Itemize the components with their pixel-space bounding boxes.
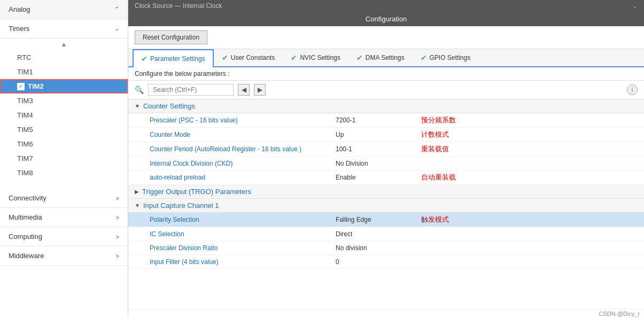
tab-parameter-settings[interactable]: ✔Parameter Settings [133,49,214,67]
sidebar-item-rtc[interactable]: RTC [0,50,128,65]
sidebar-item-tim7[interactable]: TIM7 [0,151,128,166]
param-row[interactable]: Prescaler (PSC - 16 bits value)7200-1预分频… [128,113,644,128]
connectivity-label: Connectivity [9,194,46,202]
sidebar-item-label: TIM2 [28,82,44,90]
analog-chevron-icon: ⌃ [114,6,119,13]
param-row[interactable]: Counter ModeUp计数模式 [128,128,644,142]
config-panel: Configuration Reset Configuration ✔Param… [128,12,644,318]
search-bar: 🔍 ◀ ▶ i [128,81,644,99]
sidebar: Analog ⌃ Timers ⌄ ▲ RTCTIM1✓TIM2TIM3TIM4… [0,0,128,318]
tab-check-icon: ✔ [421,53,427,62]
section-header-trigger-output-(trgo)-parameters[interactable]: ▶Trigger Output (TRGO) Parameters [128,185,644,199]
param-name: Counter Mode [128,129,331,141]
tab-label: User Constants [231,54,275,61]
param-row[interactable]: auto-reload preloadEnable自动重装载 [128,170,644,185]
params-table: ▼Counter SettingsPrescaler (PSC - 16 bit… [128,99,644,309]
section-toggle-icon: ▶ [135,189,139,195]
section-header-counter-settings[interactable]: ▼Counter Settings [128,99,644,113]
sidebar-item-label: TIM1 [17,68,33,76]
sidebar-section-middleware[interactable]: Middleware > [0,246,128,266]
analog-label: Analog [9,5,30,13]
param-annotation: 自动重装载 [417,170,460,184]
connectivity-chevron-icon: > [116,195,119,201]
computing-label: Computing [9,232,42,241]
sidebar-item-tim8[interactable]: TIM8 [0,166,128,180]
param-value: Falling Edge [331,214,417,226]
clock-source-bar: Clock Source — Internal Clock ⌄ [128,0,644,12]
section-toggle-icon: ▼ [135,103,140,109]
section-header-input-capture-channel-1[interactable]: ▼Input Capture Channel 1 [128,199,644,213]
sidebar-section-multimedia[interactable]: Multimedia > [0,208,128,227]
scroll-up-indicator: ▲ [0,38,128,50]
config-description: Configure the below parameters : [128,67,644,81]
param-value: 7200-1 [331,114,417,126]
sidebar-item-tim5[interactable]: TIM5 [0,122,128,137]
param-name: Counter Period (AutoReload Register - 16… [128,143,331,155]
sidebar-item-label: TIM5 [17,126,33,134]
param-value: No Division [331,158,417,169]
nav-next-button[interactable]: ▶ [254,84,266,96]
timers-chevron-icon: ⌄ [114,25,119,32]
tab-check-icon: ✔ [291,53,297,62]
reset-config-button[interactable]: Reset Configuration [135,30,207,44]
tab-label: GPIO Settings [430,54,471,61]
nav-prev-button[interactable]: ◀ [238,84,250,96]
tab-label: NVIC Settings [300,54,340,61]
param-name: IC Selection [128,228,331,240]
section-label: Counter Settings [143,102,195,110]
sidebar-item-tim4[interactable]: TIM4 [0,108,128,122]
param-row[interactable]: Polarity SelectionFalling Edge触发模式 [128,213,644,227]
info-button[interactable]: i [627,84,638,95]
param-row[interactable]: Prescaler Division RatioNo division [128,241,644,255]
section-toggle-icon: ▼ [135,203,140,208]
middleware-label: Middleware [9,252,44,260]
sidebar-item-tim3[interactable]: TIM3 [0,94,128,108]
middleware-chevron-icon: > [116,253,119,259]
param-value: 0 [331,256,417,268]
tab-label: DMA Settings [366,54,405,61]
sidebar-item-tim2[interactable]: ✓TIM2 [0,79,128,94]
sidebar-section-analog[interactable]: Analog ⌃ [0,0,128,19]
param-name: auto-reload preload [128,172,331,183]
multimedia-chevron-icon: > [116,214,119,221]
param-row[interactable]: Internal Clock Division (CKD)No Division [128,157,644,170]
sidebar-item-label: TIM3 [17,97,33,105]
param-value: Enable [331,172,417,183]
tabs-bar: ✔Parameter Settings✔User Constants✔NVIC … [128,49,644,67]
computing-chevron-icon: > [116,234,119,240]
sidebar-section-timers[interactable]: Timers ⌄ [0,19,128,38]
sidebar-section-connectivity[interactable]: Connectivity > [0,189,128,208]
sidebar-item-tim1[interactable]: TIM1 [0,65,128,79]
multimedia-label: Multimedia [9,213,42,221]
sidebar-item-label: RTC [17,53,31,61]
param-value: Up [331,129,417,141]
config-toolbar: Reset Configuration [128,26,644,49]
search-icon: 🔍 [135,86,144,94]
sidebar-item-label: TIM6 [17,140,33,148]
sidebar-section-computing[interactable]: Computing > [0,227,128,246]
sidebar-item-label: TIM8 [17,169,33,177]
sidebar-item-tim6[interactable]: TIM6 [0,137,128,151]
clock-source-expand-icon[interactable]: ⌄ [632,2,638,10]
search-input[interactable] [148,84,234,96]
tab-dma-settings[interactable]: ✔DMA Settings [348,49,413,66]
param-row[interactable]: Counter Period (AutoReload Register - 16… [128,142,644,157]
tab-nvic-settings[interactable]: ✔NVIC Settings [283,49,348,66]
param-row[interactable]: Input Filter (4 bits value)0 [128,255,644,269]
param-annotation: 触发模式 [417,213,453,227]
attribution: CSDN @Dicy_r [128,309,644,318]
tab-check-icon: ✔ [222,53,228,62]
sidebar-item-label: TIM7 [17,154,33,162]
param-value: No division [331,242,417,254]
param-row[interactable]: IC SelectionDirect [128,227,644,241]
param-name: Prescaler (PSC - 16 bits value) [128,114,331,126]
clock-source-text: Clock Source — Internal Clock [135,2,222,10]
param-annotation: 计数模式 [417,128,453,142]
param-name: Polarity Selection [128,214,331,226]
tab-gpio-settings[interactable]: ✔GPIO Settings [413,49,479,66]
tab-user-constants[interactable]: ✔User Constants [214,49,283,66]
param-value: Direct [331,228,417,240]
timers-label: Timers [9,25,29,33]
tab-label: Parameter Settings [150,55,205,63]
main-content: Clock Source — Internal Clock ⌄ Configur… [128,0,644,318]
